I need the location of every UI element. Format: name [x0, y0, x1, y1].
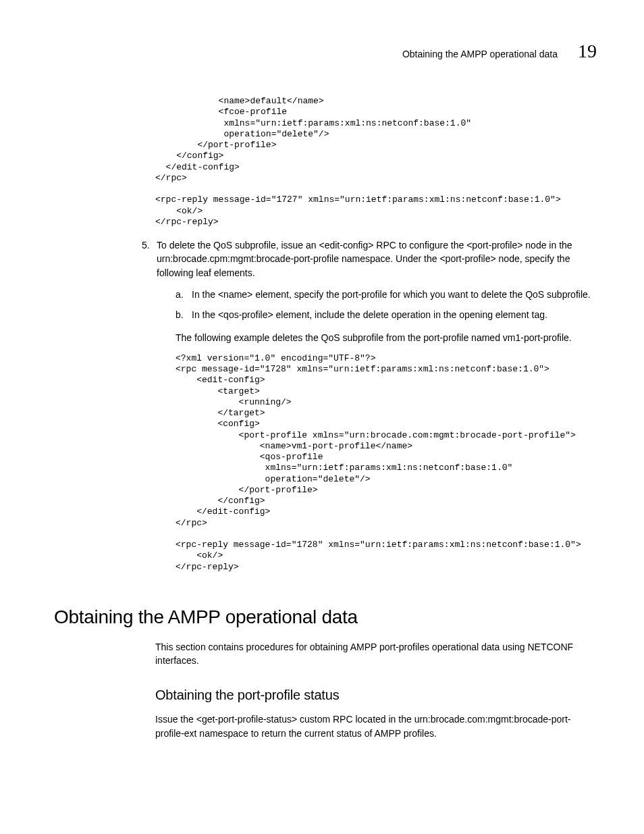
substeps: a. In the <name> element, specify the po…: [176, 288, 597, 322]
subsection-heading: Obtaining the port-profile status: [155, 687, 597, 703]
substep-marker: a.: [176, 288, 192, 301]
substep-a: a. In the <name> element, specify the po…: [176, 288, 597, 301]
substep-b-text: In the <qos-profile> element, include th…: [192, 308, 547, 321]
example-paragraph: The following example deletes the QoS su…: [176, 331, 597, 344]
page: Obtaining the AMPP operational data 19 <…: [0, 0, 644, 805]
substep-b: b. In the <qos-profile> element, include…: [176, 308, 597, 321]
code-block-2: <?xml version="1.0" encoding="UTF-8"?> <…: [176, 353, 597, 573]
chapter-number: 19: [578, 41, 597, 62]
list-marker: 5.: [142, 238, 157, 280]
running-title: Obtaining the AMPP operational data: [402, 49, 558, 59]
section-heading: Obtaining the AMPP operational data: [54, 606, 597, 628]
substep-marker: b.: [176, 308, 192, 321]
subsection-body: Issue the <get-port-profile-status> cust…: [155, 712, 597, 740]
code-block-1: <name>default</name> <fcoe-profile xmlns…: [155, 96, 597, 228]
substep-a-text: In the <name> element, specify the port-…: [192, 288, 591, 301]
page-header: Obtaining the AMPP operational data 19: [54, 41, 597, 62]
step-5-text: To delete the QoS subprofile, issue an <…: [157, 238, 597, 280]
section-intro: This section contains procedures for obt…: [155, 640, 597, 668]
step-5: 5. To delete the QoS subprofile, issue a…: [142, 238, 597, 280]
